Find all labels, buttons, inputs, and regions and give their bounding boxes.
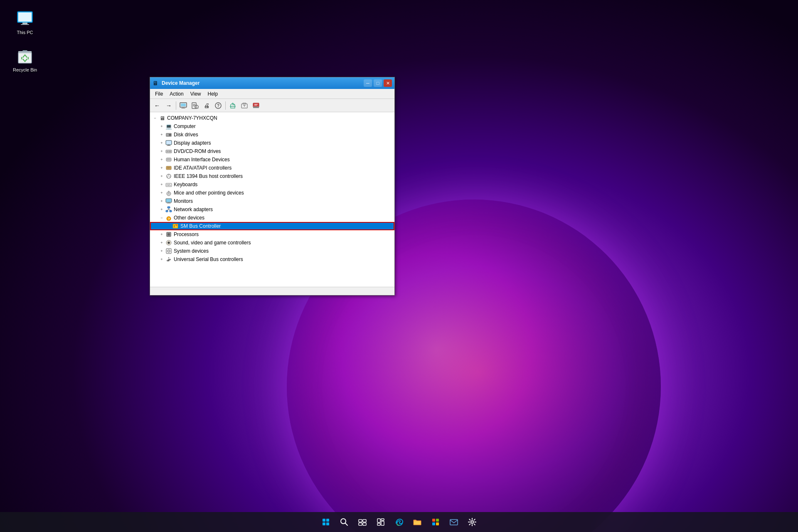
menu-help[interactable]: Help: [204, 90, 222, 98]
toolbar-sep-2: [225, 101, 226, 110]
usb-expand[interactable]: +: [158, 256, 165, 263]
dvd-label: DVD/CD-ROM drives: [174, 148, 221, 154]
computer-label: Computer: [174, 123, 196, 129]
computer-view-button[interactable]: [178, 101, 189, 111]
svg-line-16: [198, 108, 198, 108]
tree-item-processors[interactable]: + Proces: [150, 230, 394, 239]
svg-rect-45: [167, 160, 168, 160]
display-expand[interactable]: +: [158, 140, 165, 146]
tree-item-display[interactable]: + Display adapters: [150, 139, 394, 147]
svg-rect-120: [377, 523, 380, 525]
system-expand[interactable]: +: [158, 248, 165, 254]
mice-expand[interactable]: +: [158, 190, 165, 196]
toolbar-sep-1: [176, 101, 176, 110]
mail-button[interactable]: [446, 514, 462, 530]
tree-item-dvd[interactable]: + DVD/CD-ROM drives: [150, 147, 394, 155]
toolbar: ← → 🖨 ?: [150, 99, 394, 112]
edge-button[interactable]: [391, 514, 407, 530]
dvd-expand[interactable]: +: [158, 148, 165, 155]
usb-label: Universal Serial Bus controllers: [174, 256, 243, 262]
tree-item-computer[interactable]: + 💻 Computer: [150, 122, 394, 131]
tree-item-disk[interactable]: + Disk drives: [150, 131, 394, 139]
tree-item-system[interactable]: + System devices: [150, 247, 394, 255]
svg-rect-36: [167, 145, 170, 145]
processors-expand[interactable]: +: [158, 231, 165, 238]
tree-item-hid[interactable]: + Human Interface Devices: [150, 155, 394, 164]
svg-rect-121: [381, 521, 384, 525]
tree-item-ide[interactable]: + IDE ATA/ATAPI controllers: [150, 164, 394, 172]
svg-rect-114: [359, 520, 362, 522]
ieee-label: IEEE 1394 Bus host controllers: [174, 173, 243, 179]
help-button[interactable]: ?: [213, 101, 224, 111]
svg-rect-58: [166, 183, 172, 187]
hid-expand[interactable]: +: [158, 156, 165, 163]
tree-content: − 🖥 COMPANY-7YHXCQN + 💻 Computer + Di: [150, 112, 394, 287]
menu-action[interactable]: Action: [166, 90, 187, 98]
monitors-expand[interactable]: +: [158, 198, 165, 204]
minimize-button[interactable]: ─: [364, 79, 372, 87]
svg-rect-46: [168, 160, 169, 160]
settings-button[interactable]: [464, 514, 480, 530]
keyboards-expand[interactable]: +: [158, 181, 165, 188]
tree-root[interactable]: − 🖥 COMPANY-7YHXCQN: [150, 114, 394, 122]
desktop-icon-recycle[interactable]: Recycle Bin: [8, 46, 42, 72]
computer-expand[interactable]: +: [158, 123, 165, 130]
svg-point-99: [168, 242, 170, 244]
svg-rect-84: [167, 233, 170, 236]
start-button[interactable]: [318, 514, 334, 530]
svg-rect-59: [167, 184, 167, 185]
tree-item-monitors[interactable]: + Monitors: [150, 197, 394, 205]
forward-button[interactable]: →: [163, 101, 174, 111]
tree-item-usb[interactable]: + Universal Serial Bus controllers: [150, 255, 394, 264]
tree-item-sound[interactable]: + Sound, video and game controllers: [150, 239, 394, 247]
ide-expand[interactable]: +: [158, 165, 165, 171]
tree-item-ieee[interactable]: + IEEE 1394 Bus host controllers: [150, 172, 394, 180]
hid-tree-icon: [165, 156, 172, 163]
sound-expand[interactable]: +: [158, 239, 165, 246]
svg-rect-119: [381, 519, 384, 520]
update-button[interactable]: [251, 101, 261, 111]
root-icon: 🖥: [158, 114, 166, 122]
menu-bar: File Action View Help: [150, 89, 394, 99]
widgets-button[interactable]: [372, 514, 389, 530]
svg-rect-110: [323, 522, 325, 525]
svg-text:!: !: [176, 225, 176, 227]
svg-rect-71: [167, 207, 170, 208]
search-button[interactable]: [336, 514, 352, 530]
maximize-button[interactable]: □: [374, 79, 382, 87]
svg-text:?: ?: [217, 103, 219, 108]
scan-button[interactable]: [227, 101, 238, 111]
svg-rect-43: [168, 159, 169, 159]
disk-expand[interactable]: +: [158, 131, 165, 138]
tree-item-smbus[interactable]: ! ! SM Bus Controller: [150, 222, 394, 230]
svg-rect-63: [168, 185, 170, 186]
ieee-expand[interactable]: +: [158, 173, 165, 180]
svg-rect-123: [436, 519, 439, 522]
root-expand[interactable]: −: [152, 115, 158, 121]
back-button[interactable]: ←: [152, 101, 163, 111]
print-button[interactable]: 🖨: [201, 101, 212, 111]
taskview-button[interactable]: [354, 514, 371, 530]
desktop-icon-computer[interactable]: This PC: [8, 8, 42, 35]
remove-button[interactable]: [239, 101, 250, 111]
explorer-button[interactable]: [409, 514, 426, 530]
device-manager-window: 🖥 Device Manager ─ □ ✕ File Action View …: [150, 77, 395, 296]
store-button[interactable]: [427, 514, 444, 530]
menu-file[interactable]: File: [152, 90, 166, 98]
tree-item-network[interactable]: + Network adapters: [150, 205, 394, 214]
svg-rect-8: [181, 103, 186, 106]
tree-item-other[interactable]: − ? Other devices: [150, 214, 394, 222]
other-expand[interactable]: −: [158, 214, 165, 221]
svg-rect-115: [363, 520, 366, 522]
tree-item-mice[interactable]: + Mice and other pointing devices: [150, 189, 394, 197]
tree-item-keyboards[interactable]: + Keyboards: [150, 180, 394, 189]
menu-view[interactable]: View: [187, 90, 204, 98]
network-expand[interactable]: +: [158, 206, 165, 213]
properties-button[interactable]: [190, 101, 200, 111]
recycle-icon-label: Recycle Bin: [13, 67, 37, 72]
svg-rect-35: [166, 141, 171, 144]
svg-rect-33: [167, 135, 168, 135]
close-button[interactable]: ✕: [384, 79, 392, 87]
ieee-tree-icon: [165, 172, 172, 180]
disk-tree-icon: [165, 131, 172, 138]
